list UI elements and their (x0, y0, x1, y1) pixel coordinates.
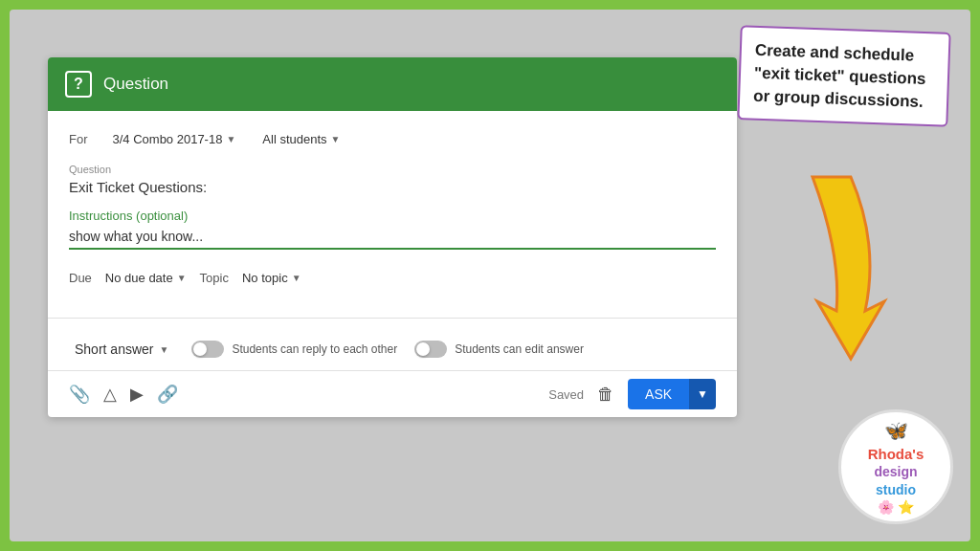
card-body: For 3/4 Combo 2017-18 ▼ All students ▼ Q… (48, 111, 737, 308)
topic-label: Topic (200, 271, 229, 285)
due-label: Due (69, 271, 92, 285)
bottom-row: Short answer ▼ Students can reply to eac… (48, 328, 737, 370)
badge-line3: studio (876, 481, 916, 498)
card-title: Question (103, 75, 168, 94)
toolbar-row: 📎 △ ▶ 🔗 Saved 🗑 ASK ▼ (48, 370, 737, 417)
reply-toggle[interactable] (191, 341, 224, 358)
badge-flowers: 🌸⭐ (878, 498, 914, 516)
attach-icon[interactable]: 📎 (69, 384, 90, 405)
annotation-box: Create and schedule "exit ticket" questi… (737, 25, 950, 127)
ask-btn-group: ASK ▼ (628, 379, 716, 409)
badge-line2: design (874, 463, 917, 480)
reply-toggle-group: Students can reply to each other (191, 341, 397, 358)
divider1 (48, 318, 737, 319)
edit-toggle[interactable] (414, 341, 447, 358)
question-card: ? Question For 3/4 Combo 2017-18 ▼ All s… (48, 57, 737, 417)
badge-line1: Rhoda's (868, 445, 924, 464)
question-label: Question (69, 164, 716, 175)
due-row: Due No due date ▼ Topic No topic ▼ (69, 267, 716, 289)
due-chevron-icon: ▼ (177, 273, 187, 283)
badge: 🦋 Rhoda's design studio 🌸⭐ (838, 409, 953, 524)
class-dropdown[interactable]: 3/4 Combo 2017-18 ▼ (107, 128, 242, 150)
card-header: ? Question (48, 57, 737, 111)
outer-border: ? Question For 3/4 Combo 2017-18 ▼ All s… (10, 10, 970, 541)
edit-toggle-group: Students can edit answer (414, 341, 584, 358)
topic-dropdown[interactable]: No topic ▼ (236, 267, 307, 289)
topic-chevron-icon: ▼ (292, 273, 301, 283)
delete-icon[interactable]: 🗑 (597, 385, 614, 405)
drive-icon[interactable]: △ (103, 384, 117, 405)
instructions-label: Instructions (optional) (69, 209, 716, 223)
class-chevron-icon: ▼ (226, 134, 235, 144)
saved-status: Saved (548, 387, 584, 402)
arrow-container (793, 167, 889, 359)
answer-type-dropdown[interactable]: Short answer ▼ (69, 338, 174, 361)
students-dropdown[interactable]: All students ▼ (256, 128, 345, 150)
due-date-dropdown[interactable]: No due date ▼ (100, 267, 192, 289)
ask-dropdown-button[interactable]: ▼ (689, 379, 716, 409)
answer-type-chevron-icon: ▼ (159, 344, 168, 355)
ask-button[interactable]: ASK (628, 379, 689, 409)
for-label: For (69, 132, 88, 146)
instructions-input[interactable] (69, 227, 716, 250)
youtube-icon[interactable]: ▶ (130, 384, 144, 405)
dragonfly-icon: 🦋 (884, 418, 908, 443)
students-chevron-icon: ▼ (331, 134, 341, 144)
for-row: For 3/4 Combo 2017-18 ▼ All students ▼ (69, 128, 716, 150)
question-value: Exit Ticket Questions: (69, 179, 716, 195)
question-icon: ? (65, 71, 92, 98)
link-icon[interactable]: 🔗 (157, 384, 178, 405)
